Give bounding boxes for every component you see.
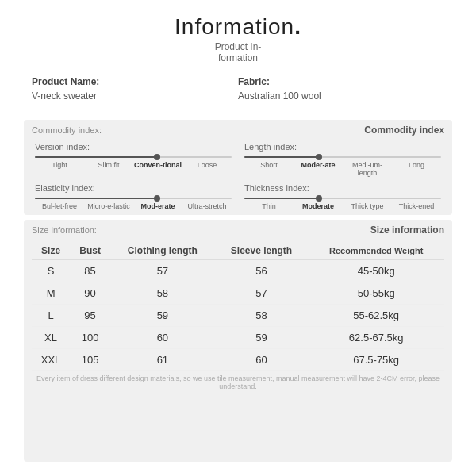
thickness-index: Thickness index: Thin Moderate Thick typ… xyxy=(241,183,444,210)
cell-weight: 55-62.5kg xyxy=(308,305,444,327)
table-row: S 85 57 56 45-50kg xyxy=(32,260,444,282)
size-label-right: Size information xyxy=(370,225,444,236)
header-section: Information. Product In- formation xyxy=(24,14,452,63)
elasticity-fill xyxy=(35,198,157,199)
product-name-label: Product Name: xyxy=(32,76,238,87)
elasticity-opt-1: Micro-e-lastic xyxy=(84,202,133,210)
length-track xyxy=(244,156,441,158)
version-opt-0: Tight xyxy=(35,161,84,169)
cell-sleeve-length: 60 xyxy=(215,349,309,371)
version-index: Version index: Tight Slim fit Conven-tio… xyxy=(32,142,235,177)
product-info: Product Name: V-neck sweater Fabric: Aus… xyxy=(24,71,452,106)
thickness-fill xyxy=(244,198,319,199)
elasticity-opt-0: Bul-let-free xyxy=(35,202,84,210)
cell-clothing-length: 58 xyxy=(110,282,215,305)
thickness-opt-3: Thick-ened xyxy=(392,202,441,210)
cell-weight: 62.5-67.5kg xyxy=(308,327,444,349)
table-row: M 90 58 57 50-55kg xyxy=(32,282,444,305)
cell-bust: 90 xyxy=(70,282,110,305)
cell-bust: 95 xyxy=(70,305,110,327)
thickness-opt-1: Moderate xyxy=(294,202,343,210)
col-bust: Bust xyxy=(70,242,110,260)
col-recommended-weight: Recommended Weight xyxy=(308,242,444,260)
product-name-value: V-neck sweater xyxy=(32,90,238,102)
table-row: XXL 105 61 60 67.5-75kg xyxy=(32,349,444,371)
version-bar xyxy=(35,156,232,158)
subtitle-line1: Product In- xyxy=(215,41,262,52)
cell-bust: 85 xyxy=(70,260,110,282)
cell-clothing-length: 61 xyxy=(110,349,215,371)
cell-bust: 105 xyxy=(70,349,110,371)
commodity-label-right: Commodity index xyxy=(364,125,444,136)
length-bar xyxy=(244,156,441,158)
size-label-left: Size information: xyxy=(32,225,97,235)
thickness-opt-0: Thin xyxy=(244,202,294,210)
elasticity-index: Elasticity index: Bul-let-free Micro-e-l… xyxy=(32,183,235,210)
commodity-section: Commodity index: Commodity index Version… xyxy=(24,120,452,215)
subtitle-line2: formation xyxy=(218,52,258,63)
cell-clothing-length: 59 xyxy=(110,305,215,327)
thickness-opt-2: Thick type xyxy=(343,202,392,210)
cell-weight: 67.5-75kg xyxy=(308,349,444,371)
size-table: Size Bust Clothing length Sleeve length … xyxy=(32,242,444,371)
table-row: XL 100 60 59 62.5-67.5kg xyxy=(32,327,444,349)
cell-weight: 45-50kg xyxy=(308,260,444,282)
cell-size: XXL xyxy=(32,349,70,371)
product-fabric-value: Australian 100 wool xyxy=(238,90,444,102)
product-name-col: Product Name: V-neck sweater xyxy=(32,76,238,102)
col-sleeve-length: Sleeve length xyxy=(215,242,309,260)
cell-clothing-length: 57 xyxy=(110,260,215,282)
thickness-indicator xyxy=(316,195,322,202)
col-size: Size xyxy=(32,242,70,260)
length-indicator xyxy=(316,154,322,160)
cell-sleeve-length: 59 xyxy=(215,327,309,349)
length-opt-2: Medi-um-length xyxy=(343,161,392,177)
length-options: Short Moder-ate Medi-um-length Long xyxy=(244,161,441,177)
length-opt-1: Moder-ate xyxy=(294,161,343,177)
length-opt-3: Long xyxy=(392,161,441,177)
elasticity-title: Elasticity index: xyxy=(35,183,232,193)
product-fabric-col: Fabric: Australian 100 wool xyxy=(238,76,444,102)
elasticity-options: Bul-let-free Micro-e-lastic Mod-erate Ul… xyxy=(35,202,232,210)
version-opt-2: Conven-tional xyxy=(133,161,182,169)
thickness-title: Thickness index: xyxy=(244,183,441,193)
divider-1 xyxy=(24,113,452,113)
table-row: L 95 59 58 55-62.5kg xyxy=(32,305,444,327)
col-clothing-length: Clothing length xyxy=(110,242,215,260)
elasticity-opt-2: Mod-erate xyxy=(133,202,182,210)
version-title: Version index: xyxy=(35,142,232,152)
cell-bust: 100 xyxy=(70,327,110,349)
page-container: Information. Product In- formation Produ… xyxy=(0,0,476,476)
cell-sleeve-length: 58 xyxy=(215,305,309,327)
size-header: Size information: Size information xyxy=(32,225,444,236)
version-opt-3: Loose xyxy=(182,161,232,169)
version-indicator xyxy=(154,154,160,160)
title-period: . xyxy=(294,14,301,39)
elasticity-bar xyxy=(35,198,232,199)
title-text: Information xyxy=(175,14,294,39)
subtitle: Product In- formation xyxy=(24,41,452,63)
main-title: Information. xyxy=(24,14,452,40)
thickness-options: Thin Moderate Thick type Thick-ened xyxy=(244,202,441,210)
version-track xyxy=(35,156,232,158)
version-options: Tight Slim fit Conven-tional Loose xyxy=(35,161,232,169)
version-fill xyxy=(35,156,157,158)
length-opt-0: Short xyxy=(244,161,294,177)
cell-size: L xyxy=(32,305,70,327)
index-grid: Version index: Tight Slim fit Conven-tio… xyxy=(32,142,444,210)
cell-clothing-length: 60 xyxy=(110,327,215,349)
thickness-track xyxy=(244,198,441,199)
commodity-header: Commodity index: Commodity index xyxy=(32,125,444,136)
size-table-header-row: Size Bust Clothing length Sleeve length … xyxy=(32,242,444,260)
size-table-body: S 85 57 56 45-50kg M 90 58 57 50-55kg L … xyxy=(32,260,444,371)
commodity-label-left: Commodity index: xyxy=(32,125,102,135)
footer-note: Every item of dress different design mat… xyxy=(32,374,444,390)
elasticity-indicator xyxy=(154,195,160,202)
cell-sleeve-length: 56 xyxy=(215,260,309,282)
length-title: Length index: xyxy=(244,142,441,152)
elasticity-track xyxy=(35,198,232,199)
elasticity-opt-3: Ultra-stretch xyxy=(182,202,232,210)
version-opt-1: Slim fit xyxy=(84,161,133,169)
cell-size: M xyxy=(32,282,70,305)
length-fill xyxy=(244,156,319,158)
